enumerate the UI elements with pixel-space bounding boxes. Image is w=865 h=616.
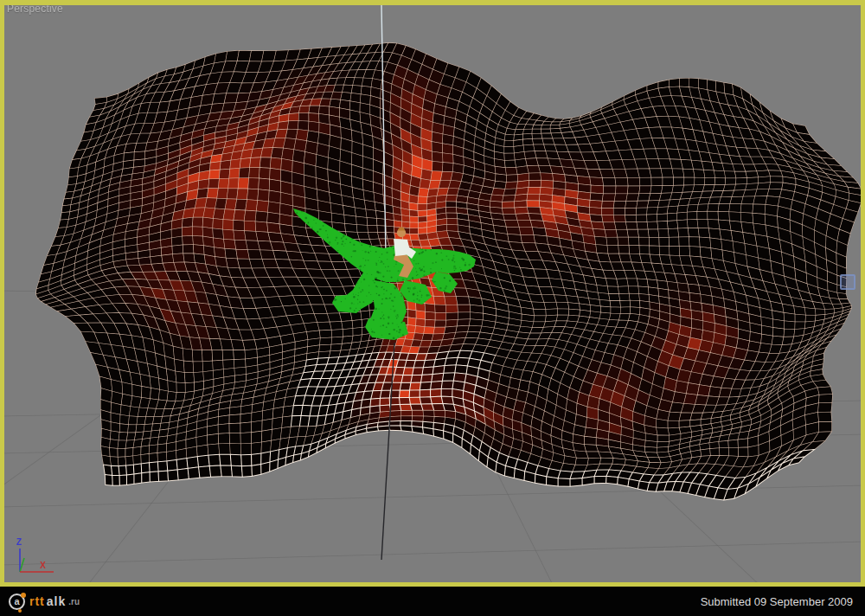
arttalk-logo[interactable]: a rtt alk .ru — [9, 594, 80, 610]
screenshot-root: Perspective Z X a rtt alk .ru Submitted … — [0, 0, 865, 616]
axis-z-label: Z — [16, 537, 22, 547]
submitted-date-text: Submitted 09 September 2009 — [701, 595, 853, 608]
perspective-viewport: Perspective Z X — [0, 0, 865, 587]
viewport-3d-canvas[interactable] — [0, 0, 865, 587]
logo-text-suffix: .ru — [68, 597, 80, 606]
logo-text-light: alk — [47, 594, 66, 608]
logo-circle-letter: a — [14, 596, 19, 606]
selection-handle-square — [840, 274, 855, 290]
logo-orange-dot-icon — [21, 593, 26, 598]
viewport-label[interactable]: Perspective — [7, 3, 63, 15]
logo-orange-dot2-icon — [18, 609, 22, 613]
logo-circle-a-icon: a — [9, 594, 25, 610]
axis-x-label: X — [40, 561, 46, 570]
logo-text-accent: rtt — [29, 594, 45, 608]
footer-bar: a rtt alk .ru Submitted 09 September 200… — [0, 587, 865, 616]
